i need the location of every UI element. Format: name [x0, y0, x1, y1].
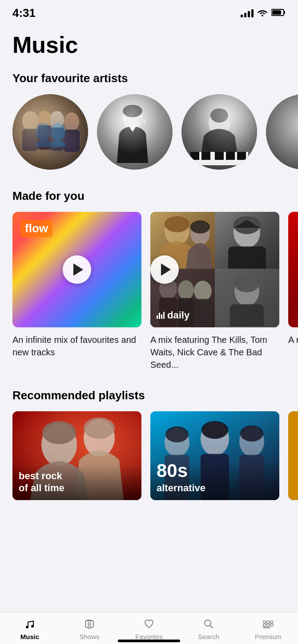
svg-rect-19 — [190, 152, 248, 165]
svg-point-11 — [64, 112, 79, 131]
daily-q4 — [215, 269, 279, 327]
svg-rect-76 — [270, 624, 273, 626]
favorites-icon — [143, 617, 155, 631]
avatar — [12, 94, 88, 170]
page-title: Music — [12, 32, 286, 58]
svg-point-26 — [210, 108, 228, 123]
shows-label: Shows — [79, 633, 99, 640]
alt80s-sub-text: alternative — [157, 482, 205, 493]
search-label: Search — [198, 633, 219, 640]
svg-rect-71 — [263, 621, 266, 623]
svg-rect-23 — [226, 152, 235, 160]
playlists-scroll[interactable]: best rockof all time — [12, 411, 298, 500]
artist-image — [266, 94, 298, 170]
play-button[interactable] — [150, 255, 179, 284]
svg-rect-22 — [215, 152, 224, 160]
nav-item-shows[interactable]: Shows — [72, 617, 107, 640]
flow-card[interactable]: flow An infinite mix of favourites and n… — [12, 212, 141, 371]
nav-item-music[interactable]: Music — [12, 617, 48, 640]
svg-point-25 — [209, 111, 230, 135]
favourite-artists-title: Your favourite artists — [12, 72, 286, 85]
svg-point-7 — [38, 111, 51, 127]
svg-rect-72 — [263, 624, 266, 626]
svg-point-68 — [88, 623, 91, 625]
svg-point-38 — [178, 280, 194, 300]
rock-playlist-card[interactable]: best rockof all time — [12, 411, 141, 500]
artist-image — [97, 94, 173, 170]
artist-image — [12, 94, 88, 170]
rock-playlist-label: best rockof all time — [19, 470, 64, 494]
daily-q2 — [215, 212, 279, 270]
svg-point-14 — [97, 94, 173, 170]
svg-rect-73 — [267, 621, 270, 623]
svg-point-16 — [123, 105, 142, 117]
music-icon — [24, 617, 36, 631]
svg-rect-21 — [201, 152, 210, 160]
svg-point-5 — [22, 111, 38, 131]
svg-rect-8 — [38, 125, 51, 150]
made-scroll[interactable]: flow An infinite mix of favourites and n… — [12, 212, 298, 371]
svg-point-44 — [234, 275, 259, 292]
svg-rect-6 — [22, 129, 38, 151]
svg-rect-20 — [190, 152, 199, 160]
shows-icon — [84, 617, 95, 631]
avatar — [97, 94, 173, 170]
svg-point-65 — [26, 626, 28, 628]
play-icon — [73, 263, 83, 276]
third-description: A mix of Rock, Bo... — [288, 334, 298, 346]
flow-card-image: flow — [12, 212, 141, 327]
search-icon — [203, 617, 214, 631]
svg-rect-78 — [267, 627, 270, 628]
svg-rect-64 — [288, 411, 298, 500]
artist-item[interactable] — [181, 94, 257, 170]
third-card[interactable]: A mix of Rock, Bo... — [288, 212, 298, 371]
artist-item[interactable] — [97, 94, 173, 170]
svg-rect-1 — [284, 11, 285, 14]
made-for-you-section: Made for you flow An infinite mix of fav… — [12, 189, 286, 371]
third-playlist-card[interactable] — [288, 411, 298, 500]
svg-point-17 — [181, 94, 257, 170]
recommended-playlists-title: Recommended playlists — [12, 389, 286, 402]
svg-point-28 — [266, 94, 298, 170]
svg-point-15 — [123, 106, 142, 129]
nav-item-premium[interactable]: Premium — [250, 617, 286, 640]
artists-scroll[interactable] — [12, 94, 298, 171]
artist-item[interactable] — [12, 94, 88, 170]
equalizer-icon — [157, 312, 165, 319]
signal-icon — [241, 9, 254, 17]
third-card-image — [288, 212, 298, 327]
recommended-playlists-section: Recommended playlists — [12, 389, 286, 500]
favourite-artists-section: Your favourite artists — [12, 72, 286, 171]
alt80s-playlist-card[interactable]: 80s alternative — [150, 411, 279, 500]
music-label: Music — [20, 633, 40, 640]
svg-rect-43 — [230, 304, 264, 326]
svg-line-70 — [210, 626, 213, 628]
svg-rect-12 — [64, 130, 80, 152]
daily-card-image: daily — [150, 212, 279, 327]
svg-point-66 — [31, 625, 34, 628]
svg-rect-24 — [237, 152, 246, 160]
svg-rect-74 — [267, 624, 270, 626]
battery-icon — [271, 8, 286, 18]
premium-icon — [262, 617, 274, 631]
premium-label: Premium — [255, 633, 282, 640]
svg-point-40 — [194, 281, 212, 301]
svg-point-4 — [12, 94, 88, 170]
svg-rect-77 — [263, 627, 266, 628]
daily-description: A mix featuring The Kills, Tom Waits, Ni… — [150, 334, 279, 371]
nav-item-search[interactable]: Search — [191, 617, 226, 640]
svg-point-18 — [181, 94, 257, 170]
daily-card[interactable]: daily A mix featuring The Kills, Tom Wai… — [150, 212, 279, 371]
status-time: 4:31 — [12, 6, 36, 20]
made-for-you-title: Made for you — [12, 189, 286, 203]
svg-rect-41 — [194, 299, 212, 326]
svg-point-30 — [165, 216, 189, 232]
svg-point-13 — [97, 94, 173, 170]
artist-item[interactable] — [266, 94, 298, 170]
nav-item-favorites[interactable]: Favorites — [131, 617, 167, 640]
home-indicator — [118, 640, 180, 642]
svg-point-9 — [50, 111, 64, 129]
svg-rect-2 — [272, 10, 281, 15]
play-button[interactable] — [63, 255, 91, 284]
play-icon — [161, 263, 171, 276]
